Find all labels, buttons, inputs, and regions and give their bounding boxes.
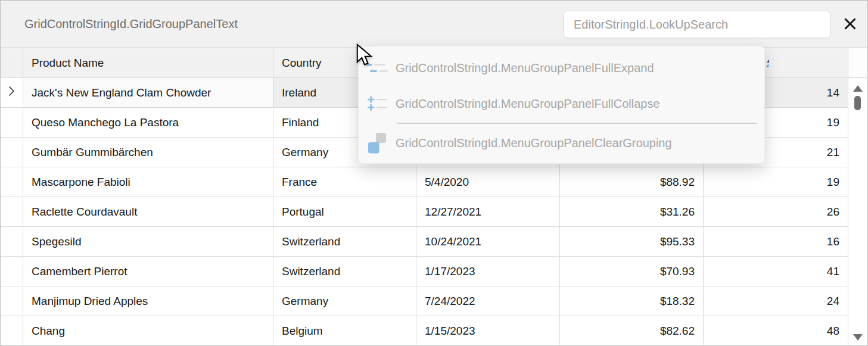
cell-country[interactable]: Switzerland: [273, 227, 416, 257]
cell-country[interactable]: Belgium: [273, 316, 416, 346]
menu-item-label: GridControlStringId.MenuGroupPanelFullEx…: [396, 61, 654, 75]
group-panel-text: GridControlStringId.GridGroupPanelText: [24, 1, 238, 48]
cell-qty[interactable]: 16: [704, 227, 848, 257]
menu-item-clear-grouping[interactable]: GridControlStringId.MenuGroupPanelClearG…: [359, 125, 764, 161]
cell-country[interactable]: Germany: [273, 286, 416, 316]
cell-product[interactable]: Camembert Pierrot: [23, 257, 273, 286]
cell-date[interactable]: 10/24/2021: [416, 227, 560, 257]
lookup-search-box[interactable]: [564, 11, 830, 38]
group-panel[interactable]: GridControlStringId.GridGroupPanelText: [1, 1, 867, 48]
cell-date[interactable]: 5/4/2020: [416, 167, 560, 197]
row-indicator: [1, 316, 23, 346]
row-indicator: [1, 286, 23, 316]
table-row[interactable]: Raclette Courdavault Portugal 12/27/2021…: [1, 197, 848, 227]
cell-product[interactable]: Chang: [23, 316, 273, 346]
cell-qty[interactable]: 26: [704, 197, 848, 227]
menu-item-full-collapse[interactable]: GridControlStringId.MenuGroupPanelFullCo…: [359, 86, 764, 121]
cell-price[interactable]: $31.26: [560, 197, 704, 227]
search-input[interactable]: [574, 18, 820, 32]
cell-country[interactable]: Switzerland: [273, 257, 416, 286]
cell-qty[interactable]: 48: [704, 316, 848, 346]
cell-price[interactable]: $70.93: [560, 257, 704, 286]
close-button[interactable]: [840, 14, 860, 35]
menu-item-label: GridControlStringId.MenuGroupPanelClearG…: [396, 136, 672, 150]
cell-product[interactable]: Jack's New England Clam Chowder: [23, 78, 273, 108]
scrollbar-corner: [848, 48, 867, 78]
scrollbar-thumb[interactable]: [854, 96, 861, 110]
row-indicator: [1, 138, 23, 167]
cell-product[interactable]: Gumbär Gummibärchen: [23, 138, 273, 167]
group-panel-context-menu: GridControlStringId.MenuGroupPanelFullEx…: [358, 46, 765, 164]
cell-price[interactable]: $82.62: [560, 316, 704, 346]
menu-item-label: GridControlStringId.MenuGroupPanelFullCo…: [396, 97, 660, 111]
row-indicator: [1, 227, 23, 257]
row-indicator: [1, 108, 23, 138]
cell-product[interactable]: Raclette Courdavault: [23, 197, 273, 227]
menu-separator: [397, 123, 757, 124]
cell-price[interactable]: $18.32: [560, 286, 704, 316]
partial-sort-glyph-icon: [766, 60, 770, 70]
vertical-scrollbar[interactable]: [848, 78, 867, 345]
focused-row-indicator: [1, 78, 23, 108]
clear-grouping-icon: [359, 133, 396, 154]
cell-date[interactable]: 1/17/2023: [416, 257, 560, 286]
table-row[interactable]: Spegesild Switzerland 10/24/2021 $95.33 …: [1, 227, 848, 257]
row-indicator: [1, 257, 23, 286]
chevron-right-icon: [8, 86, 15, 99]
cell-date[interactable]: 1/15/2023: [416, 316, 560, 346]
scroll-down-icon[interactable]: [853, 334, 863, 341]
menu-item-full-expand[interactable]: GridControlStringId.MenuGroupPanelFullEx…: [359, 50, 764, 86]
cell-product[interactable]: Manjimup Dried Apples: [23, 286, 273, 316]
cell-price[interactable]: $88.92: [560, 167, 704, 197]
row-indicator: [1, 167, 23, 197]
cell-qty[interactable]: 41: [704, 257, 848, 286]
table-row[interactable]: Chang Belgium 1/15/2023 $82.62 48: [1, 316, 848, 346]
column-header-product-name[interactable]: Product Name: [23, 48, 273, 78]
close-icon: [843, 17, 857, 33]
table-row[interactable]: Manjimup Dried Apples Germany 7/24/2022 …: [1, 286, 848, 316]
cell-qty[interactable]: 24: [704, 286, 848, 316]
cell-country[interactable]: France: [273, 167, 416, 197]
cell-price[interactable]: $95.33: [560, 227, 704, 257]
grid-window: GridControlStringId.GridGroupPanelText P…: [0, 0, 868, 346]
cell-country[interactable]: Portugal: [273, 197, 416, 227]
cell-product[interactable]: Mascarpone Fabioli: [23, 167, 273, 197]
expand-all-rows-icon: [359, 63, 396, 73]
table-row[interactable]: Camembert Pierrot Switzerland 1/17/2023 …: [1, 257, 848, 286]
collapse-all-rows-icon: [359, 96, 396, 111]
scroll-up-icon[interactable]: [853, 85, 863, 92]
cell-date[interactable]: 7/24/2022: [416, 286, 560, 316]
cell-qty[interactable]: 19: [704, 167, 848, 197]
row-indicator: [1, 197, 23, 227]
table-row[interactable]: Mascarpone Fabioli France 5/4/2020 $88.9…: [1, 167, 848, 197]
cell-product[interactable]: Queso Manchego La Pastora: [23, 108, 273, 138]
cell-date[interactable]: 12/27/2021: [416, 197, 560, 227]
cell-product[interactable]: Spegesild: [23, 227, 273, 257]
row-indicator-header: [1, 48, 23, 78]
